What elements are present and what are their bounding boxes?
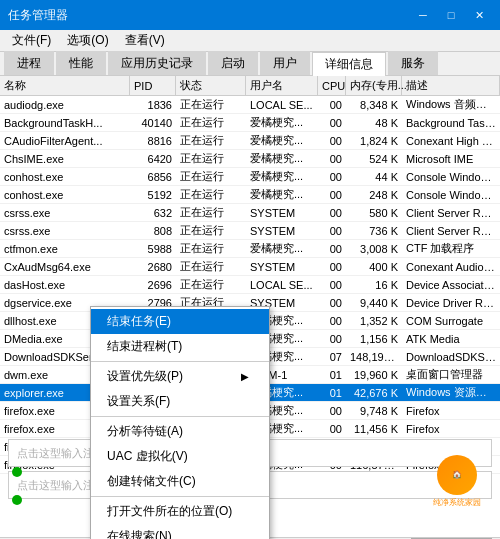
- cell-name: dasHost.exe: [0, 279, 130, 291]
- cell-mem: 736 K: [346, 225, 402, 237]
- logo-area: 🏠 纯净系统家园: [422, 451, 492, 511]
- table-row[interactable]: conhost.exe 5192 正在运行 爱橘梗究... 00 248 K C…: [0, 186, 500, 204]
- cell-mem: 11,456 K: [346, 423, 402, 435]
- context-menu-item[interactable]: 设置优先级(P)▶: [91, 364, 269, 389]
- cell-cpu: 00: [318, 279, 346, 291]
- tab-services[interactable]: 服务: [388, 51, 438, 75]
- cell-desc: Device Association Fr...: [402, 279, 500, 291]
- cell-desc: 桌面窗口管理器: [402, 367, 500, 382]
- cell-desc: Firefox: [402, 405, 500, 417]
- table-row[interactable]: BackgroundTaskH... 40140 正在运行 爱橘梗究... 00…: [0, 114, 500, 132]
- cell-mem: 524 K: [346, 153, 402, 165]
- cell-mem: 9,440 K: [346, 297, 402, 309]
- green-dot-2: [12, 495, 22, 505]
- cell-mem: 3,008 K: [346, 243, 402, 255]
- cell-name: CAudioFilterAgent...: [0, 135, 130, 147]
- table-row[interactable]: dasHost.exe 2696 正在运行 LOCAL SE... 00 16 …: [0, 276, 500, 294]
- cell-desc: CTF 加载程序: [402, 241, 500, 256]
- table-header: 名称 PID 状态 用户名 CPU 内存(专用... 描述: [0, 76, 500, 96]
- table-row[interactable]: CxAudMsg64.exe 2680 正在运行 SYSTEM 00 400 K…: [0, 258, 500, 276]
- col-header-cpu[interactable]: CPU: [318, 76, 346, 95]
- ctx-arrow-icon: ▶: [241, 371, 249, 382]
- cell-name: csrss.exe: [0, 207, 130, 219]
- minimize-button[interactable]: ─: [410, 5, 436, 25]
- cell-cpu: 00: [318, 297, 346, 309]
- ctx-item-label: 结束任务(E): [107, 313, 171, 330]
- cell-cpu: 00: [318, 207, 346, 219]
- cell-user: 爱橘梗究...: [246, 241, 318, 256]
- cell-mem: 116,573 K: [346, 459, 402, 471]
- cell-status: 正在运行: [176, 133, 246, 148]
- cell-name: BackgroundTaskH...: [0, 117, 130, 129]
- col-header-mem[interactable]: 内存(专用...: [346, 76, 402, 95]
- ctx-item-label: 创建转储文件(C): [107, 473, 196, 490]
- context-menu-separator: [91, 496, 269, 497]
- col-header-status[interactable]: 状态: [176, 76, 246, 95]
- cell-user: SYSTEM: [246, 225, 318, 237]
- col-header-desc[interactable]: 描述: [402, 76, 500, 95]
- table-row[interactable]: conhost.exe 6856 正在运行 爱橘梗究... 00 44 K Co…: [0, 168, 500, 186]
- table-row[interactable]: CAudioFilterAgent... 8816 正在运行 爱橘梗究... 0…: [0, 132, 500, 150]
- cell-status: 正在运行: [176, 205, 246, 220]
- cell-user: SYSTEM: [246, 261, 318, 273]
- cell-user: 爱橘梗究...: [246, 151, 318, 166]
- cell-user: 爱橘梗究...: [246, 169, 318, 184]
- cell-status: 正在运行: [176, 151, 246, 166]
- col-header-pid[interactable]: PID: [130, 76, 176, 95]
- cell-status: 正在运行: [176, 187, 246, 202]
- cell-name: ctfmon.exe: [0, 243, 130, 255]
- cell-cpu: 00: [318, 333, 346, 345]
- cell-cpu: 01: [318, 369, 346, 381]
- cell-desc: Conexant High Definiti...: [402, 135, 500, 147]
- context-menu-item[interactable]: 结束任务(E): [91, 309, 269, 334]
- context-menu-item[interactable]: 创建转储文件(C): [91, 469, 269, 494]
- main-area: 名称 PID 状态 用户名 CPU 内存(专用... 描述 audiodg.ex…: [0, 76, 500, 537]
- maximize-button[interactable]: □: [438, 5, 464, 25]
- cell-cpu: 00: [318, 243, 346, 255]
- cell-mem: 42,676 K: [346, 387, 402, 399]
- table-row[interactable]: csrss.exe 808 正在运行 SYSTEM 00 736 K Clien…: [0, 222, 500, 240]
- cell-mem: 44 K: [346, 171, 402, 183]
- table-row[interactable]: csrss.exe 632 正在运行 SYSTEM 00 580 K Clien…: [0, 204, 500, 222]
- cell-pid: 632: [130, 207, 176, 219]
- cell-status: 正在运行: [176, 241, 246, 256]
- context-menu-item[interactable]: 打开文件所在的位置(O): [91, 499, 269, 524]
- tab-app-history[interactable]: 应用历史记录: [108, 51, 206, 75]
- context-menu-item[interactable]: 在线搜索(N): [91, 524, 269, 539]
- context-menu-item[interactable]: 结束进程树(T): [91, 334, 269, 359]
- cell-user: LOCAL SE...: [246, 279, 318, 291]
- context-menu-item[interactable]: UAC 虚拟化(V): [91, 444, 269, 469]
- cell-status: 正在运行: [176, 169, 246, 184]
- context-menu-item[interactable]: 分析等待链(A): [91, 419, 269, 444]
- cell-user: LOCAL SE...: [246, 99, 318, 111]
- cell-mem: 9,748 K: [346, 405, 402, 417]
- cell-cpu: 00: [318, 171, 346, 183]
- table-row[interactable]: ChsIME.exe 6420 正在运行 爱橘梗究... 00 524 K Mi…: [0, 150, 500, 168]
- cell-pid: 8816: [130, 135, 176, 147]
- tab-processes[interactable]: 进程: [4, 51, 54, 75]
- menu-options[interactable]: 选项(O): [59, 30, 116, 51]
- cell-name: CxAudMsg64.exe: [0, 261, 130, 273]
- context-menu-item[interactable]: 设置关系(F): [91, 389, 269, 414]
- table-row[interactable]: audiodg.exe 1836 正在运行 LOCAL SE... 00 8,3…: [0, 96, 500, 114]
- cell-cpu: 00: [318, 153, 346, 165]
- tab-users[interactable]: 用户: [260, 51, 310, 75]
- logo-text: 纯净系统家园: [433, 497, 481, 508]
- cell-user: SYSTEM: [246, 207, 318, 219]
- tab-performance[interactable]: 性能: [56, 51, 106, 75]
- cell-mem: 580 K: [346, 207, 402, 219]
- window-controls: ─ □ ✕: [410, 5, 492, 25]
- cell-name: conhost.exe: [0, 171, 130, 183]
- table-row[interactable]: ctfmon.exe 5988 正在运行 爱橘梗究... 00 3,008 K …: [0, 240, 500, 258]
- cell-cpu: 00: [318, 423, 346, 435]
- cell-pid: 6856: [130, 171, 176, 183]
- col-header-user[interactable]: 用户名: [246, 76, 318, 95]
- tab-details[interactable]: 详细信息: [312, 52, 386, 76]
- menu-view[interactable]: 查看(V): [117, 30, 173, 51]
- tab-startup[interactable]: 启动: [208, 51, 258, 75]
- close-button[interactable]: ✕: [466, 5, 492, 25]
- app-window: 任务管理器 ─ □ ✕ 文件(F) 选项(O) 查看(V) 进程 性能 应用历史…: [0, 0, 500, 539]
- col-header-name[interactable]: 名称: [0, 76, 130, 95]
- cell-cpu: 00: [318, 225, 346, 237]
- menu-file[interactable]: 文件(F): [4, 30, 59, 51]
